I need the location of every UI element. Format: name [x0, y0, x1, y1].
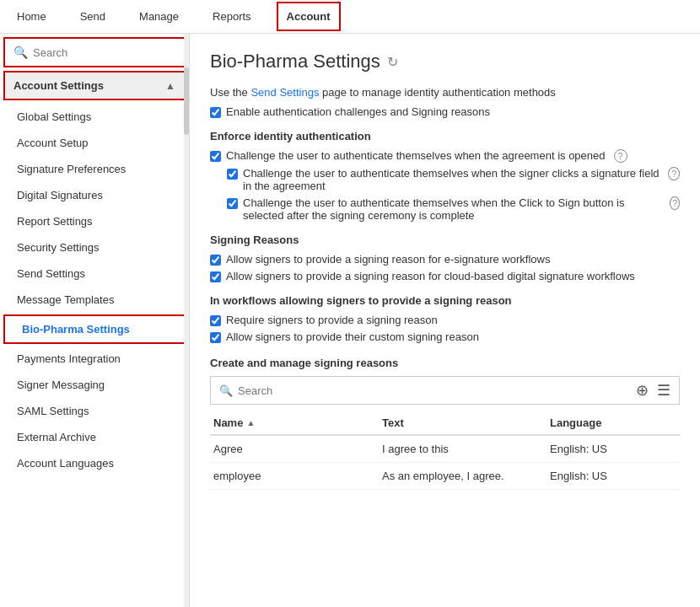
nav-reports[interactable]: Reports [204, 3, 260, 30]
enable-auth-checkbox-row: Enable authentication challenges and Sig… [210, 105, 680, 118]
workflows-require-checkbox[interactable] [210, 315, 221, 326]
main-content: Bio-Pharma Settings ↻ Use the Send Setti… [190, 34, 700, 607]
sidebar-item-account-languages[interactable]: Account Languages [0, 450, 189, 476]
search-icon-main: 🔍 [219, 384, 233, 397]
help-icon-0[interactable]: ? [614, 149, 627, 163]
sidebar-item-saml-settings[interactable]: SAML Settings [0, 398, 189, 424]
enforce-signature-field-label: Challenge the user to authenticate thems… [243, 167, 660, 192]
nav-manage[interactable]: Manage [131, 3, 187, 30]
scrollbar[interactable] [184, 34, 189, 607]
table-row-1[interactable]: employee As an employee, I agree. Englis… [210, 463, 680, 490]
signing-reason-esig-row: Allow signers to provide a signing reaso… [210, 253, 680, 266]
enable-auth-checkbox[interactable] [210, 107, 221, 118]
signing-reason-cloud-checkbox[interactable] [210, 271, 221, 282]
signing-search-bar: 🔍 ⊕ ☰ [210, 376, 680, 405]
table-row-0[interactable]: Agree I agree to this English: US [210, 436, 680, 463]
search-icon: 🔍 [13, 46, 28, 59]
send-settings-link[interactable]: Send Settings [250, 86, 319, 99]
chevron-up-icon: ▲ [165, 80, 175, 92]
sort-arrow-icon: ▲ [246, 418, 255, 427]
account-settings-header[interactable]: Account Settings ▲ [3, 71, 186, 100]
top-navigation: Home Send Manage Reports Account [0, 0, 700, 34]
signing-reasons-table: Name ▲ Text Language Agree I agree to th… [210, 411, 680, 490]
sidebar-item-report-settings[interactable]: Report Settings [0, 208, 189, 234]
intro-paragraph: Use the Send Settings page to manage ide… [210, 86, 680, 99]
search-bar-inner: 🔍 [219, 384, 629, 397]
col-header-name[interactable]: Name ▲ [213, 416, 382, 429]
row-1-name: employee [213, 470, 382, 482]
row-0-language: English: US [550, 443, 676, 455]
sidebar-item-external-archive[interactable]: External Archive [0, 424, 189, 450]
sidebar-item-signature-preferences[interactable]: Signature Preferences [0, 156, 189, 182]
signing-search-input[interactable] [238, 384, 629, 397]
sidebar-item-signer-messaging[interactable]: Signer Messaging [0, 372, 189, 398]
sidebar-item-biopharma-settings[interactable]: Bio-Pharma Settings [3, 314, 186, 344]
sidebar-search-input[interactable] [33, 46, 175, 59]
col-header-text: Text [382, 416, 550, 429]
search-bar-actions: ⊕ ☰ [636, 381, 670, 400]
signing-reason-cloud-row: Allow signers to provide a signing reaso… [210, 270, 680, 282]
main-layout: 🔍 Account Settings ▲ Global Settings Acc… [0, 34, 700, 607]
create-manage-title: Create and manage signing reasons [210, 357, 680, 369]
signing-reason-esig-checkbox[interactable] [210, 255, 221, 266]
enforce-open-checkbox[interactable] [210, 151, 221, 162]
add-button[interactable]: ⊕ [636, 381, 649, 400]
signing-reason-cloud-label: Allow signers to provide a signing reaso… [226, 270, 635, 282]
row-0-text: I agree to this [382, 443, 550, 455]
sidebar-item-account-setup[interactable]: Account Setup [0, 130, 189, 156]
sidebar: 🔍 Account Settings ▲ Global Settings Acc… [0, 34, 190, 607]
enforce-signature-field-checkbox[interactable] [227, 169, 238, 180]
workflows-require-label: Require signers to provide a signing rea… [226, 314, 438, 326]
table-header-row: Name ▲ Text Language [210, 411, 680, 436]
enable-auth-label: Enable authentication challenges and Sig… [226, 105, 490, 118]
sidebar-item-send-settings[interactable]: Send Settings [0, 261, 189, 287]
sidebar-item-security-settings[interactable]: Security Settings [0, 234, 189, 261]
help-icon-2[interactable]: ? [670, 196, 680, 210]
sidebar-item-digital-signatures[interactable]: Digital Signatures [0, 182, 189, 208]
row-0-name: Agree [213, 443, 382, 455]
nav-account[interactable]: Account [277, 2, 341, 31]
signing-reason-esig-label: Allow signers to provide a signing reaso… [226, 253, 550, 266]
nav-home[interactable]: Home [8, 3, 55, 30]
page-title-area: Bio-Pharma Settings ↻ [210, 51, 680, 73]
menu-button[interactable]: ☰ [657, 381, 670, 400]
intro-text-after: page to manage identity authentication m… [322, 86, 556, 99]
enforce-click-sign-checkbox[interactable] [227, 198, 238, 209]
enforce-click-sign-label: Challenge the user to authenticate thems… [243, 196, 661, 222]
refresh-icon[interactable]: ↻ [387, 54, 398, 70]
sidebar-item-message-templates[interactable]: Message Templates [0, 287, 189, 313]
create-manage-section: Create and manage signing reasons 🔍 ⊕ ☰ … [210, 357, 680, 490]
sidebar-item-payments-integration[interactable]: Payments Integration [0, 346, 189, 372]
enforce-checkbox-1: Challenge the user to authenticate thems… [227, 167, 680, 192]
workflows-allow-custom-label: Allow signers to provide their custom si… [226, 330, 479, 343]
nav-send[interactable]: Send [72, 3, 114, 30]
enforce-section-title: Enforce identity authentication [210, 130, 680, 142]
signing-reasons-title: Signing Reasons [210, 234, 680, 246]
workflows-section-title: In workflows allowing signers to provide… [210, 294, 680, 307]
enforce-checkbox-0: Challenge the user to authenticate thems… [210, 149, 680, 163]
enforce-open-label: Challenge the user to authenticate thems… [226, 149, 606, 162]
row-1-language: English: US [550, 470, 676, 482]
sidebar-search-box[interactable]: 🔍 [3, 37, 186, 67]
account-settings-label: Account Settings [13, 79, 104, 92]
sidebar-item-global-settings[interactable]: Global Settings [0, 104, 189, 130]
workflows-allow-custom-checkbox[interactable] [210, 332, 221, 343]
help-icon-1[interactable]: ? [668, 167, 680, 180]
scrollbar-thumb[interactable] [184, 67, 189, 135]
workflows-require-row: Require signers to provide a signing rea… [210, 314, 680, 326]
workflows-allow-custom-row: Allow signers to provide their custom si… [210, 330, 680, 343]
row-1-text: As an employee, I agree. [382, 470, 550, 482]
page-title: Bio-Pharma Settings [210, 51, 380, 73]
col-header-language: Language [550, 416, 676, 429]
intro-text-before: Use the [210, 86, 248, 99]
enforce-checkbox-2: Challenge the user to authenticate thems… [227, 196, 680, 222]
